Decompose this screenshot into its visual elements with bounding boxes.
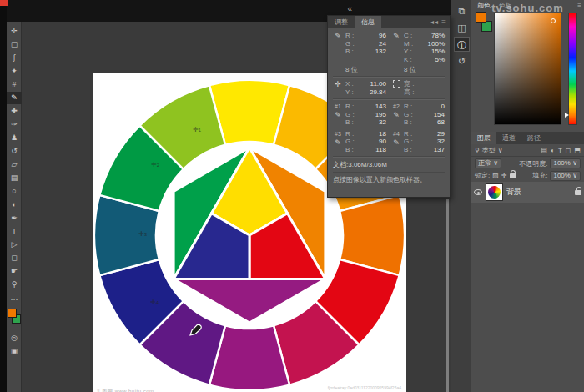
layer-filter-row: ⚲ 类型 ∨ ▤◐T◻⬒ <box>471 144 584 157</box>
sampler-value-row: B :137 <box>404 146 445 154</box>
layer-filter-icon-2[interactable]: T <box>558 147 562 154</box>
selection-size-row: 宽 : <box>404 80 445 88</box>
color-sampler-marker-4[interactable]: ✛4 <box>150 299 159 306</box>
lock-position-icon[interactable]: ✛ <box>501 172 507 179</box>
shape-tool[interactable]: ◻ <box>7 252 22 264</box>
layers-panel-tab-路径[interactable]: 路径 <box>521 132 546 144</box>
marquee-tool[interactable]: ▢ <box>7 38 22 51</box>
info-panel-body: ✎ R :96G :24B :132 ✎ C :78%M :100%Y :15%… <box>328 28 450 197</box>
lock-row: 锁定: ▨ ✛ 填充: 100% ∨ <box>471 170 584 181</box>
color-sampler-readout-3: #3✎R :18G :90B :118 <box>333 130 386 154</box>
zoom-tool[interactable]: ⚲ <box>7 279 22 291</box>
color-sampler-marker-1[interactable]: ✛1 <box>193 127 201 133</box>
rgb-readout-row: B :132 <box>345 48 386 56</box>
color-sampler-readout-4: #4✎R :29G :32B :137 <box>391 130 445 154</box>
opacity-value[interactable]: 100% ∨ <box>550 158 581 168</box>
color-sampler-readout-1: #1✎R :143G :195B :32 <box>333 103 386 127</box>
color-field-marker[interactable] <box>551 18 556 23</box>
recording-indicator <box>0 0 8 6</box>
sohu-watermark: tv.sohu.com <box>473 2 582 14</box>
bit-depth-right: 8 位 <box>404 66 445 73</box>
eyedropper-tool[interactable]: ✎ <box>7 92 22 104</box>
crosshair-icon: ✛ <box>333 80 343 96</box>
selection-size-icon <box>391 80 401 96</box>
lasso-tool[interactable]: ʃ <box>7 52 22 64</box>
lock-transparency-icon[interactable]: ▨ <box>492 172 499 179</box>
info-tab-信息[interactable]: 信息 <box>355 16 381 28</box>
blend-mode-select[interactable]: 正常 ∨ <box>475 158 501 168</box>
chevron-down-icon[interactable]: ∨ <box>498 147 503 154</box>
sampler-value-row: G :90 <box>345 138 386 146</box>
lock-all-icon[interactable] <box>510 173 516 178</box>
layers-panel-tab-通道[interactable]: 通道 <box>496 132 521 144</box>
hue-slider-marker[interactable] <box>565 113 569 118</box>
photoshop-window: « ✛▢ʃ✦#✎✚✑♟↺▱▤○◐✒T▷◻☛⚲⋯◎▣ ✛1✛2✛3✛4 汇图网 w… <box>0 0 584 392</box>
toolbar-foreground-swatch[interactable] <box>8 309 17 318</box>
sampler-value-row: B :32 <box>345 118 386 127</box>
layer-row-background[interactable]: 背景 <box>471 182 584 203</box>
quick-mask-icon[interactable]: ◎ <box>7 332 22 344</box>
collapse-panel-icon[interactable]: « <box>347 4 352 13</box>
layer-filter-icon-3[interactable]: ◻ <box>566 147 571 154</box>
id-watermark: fjrrdealray:0ad0311122000955994f25a4 <box>328 385 401 390</box>
sampler-value-row: R :29 <box>404 130 445 138</box>
color-sampler-marker-2[interactable]: ✛2 <box>151 162 159 168</box>
swatches-panel-icon[interactable]: ⧉ <box>454 3 470 18</box>
info-hint-text: 点按图像以置入新颜色取样器。 <box>333 176 445 184</box>
layer-filter-icon-1[interactable]: ◐ <box>551 147 555 154</box>
layer-name: 背景 <box>506 187 571 198</box>
gradient-tool[interactable]: ▤ <box>7 172 22 184</box>
selection-size-row: 高 : <box>404 88 445 97</box>
layer-filter-icon-0[interactable]: ▤ <box>541 147 548 154</box>
history-panel-icon[interactable]: ↺ <box>454 53 470 68</box>
healing-brush-tool[interactable]: ✚ <box>7 105 22 118</box>
cursor-position-row: X :11.00 <box>345 80 386 88</box>
adjustments-panel-icon[interactable]: ◫ <box>454 20 470 35</box>
sampler-value-row: G :154 <box>404 111 445 119</box>
hue-slider[interactable] <box>568 13 577 125</box>
cmyk-readout-row: K :5% <box>404 56 445 64</box>
move-tool[interactable]: ✛ <box>7 25 22 38</box>
hand-tool[interactable]: ☛ <box>7 265 22 278</box>
rgb-readout-row: R :96 <box>345 32 386 40</box>
right-panel: 颜色色板 ≡ tv.sohu.com 图层通道路径 ⚲ 类型 ∨ ▤◐T◻⬒ 正… <box>471 0 584 392</box>
clone-stamp-tool[interactable]: ♟ <box>7 132 22 144</box>
eyedropper-icon: ✎ <box>333 32 343 63</box>
type-tool[interactable]: T <box>7 225 22 238</box>
screen-mode-icon[interactable]: ▣ <box>7 345 22 358</box>
filter-kind-label[interactable]: 类型 <box>482 146 496 155</box>
panel-divider[interactable] <box>446 199 449 392</box>
quick-selection-tool[interactable]: ✦ <box>7 65 22 78</box>
layer-thumbnail[interactable] <box>486 183 503 201</box>
fill-value[interactable]: 100% ∨ <box>550 171 581 181</box>
search-icon[interactable]: ⚲ <box>475 147 480 154</box>
panel-menu-icon[interactable]: ◂◂ ≡ <box>430 18 446 26</box>
layer-filter-icon-4[interactable]: ⬒ <box>574 147 581 154</box>
pen-tool[interactable]: ✒ <box>7 212 22 224</box>
saturation-brightness-field[interactable] <box>494 13 561 125</box>
more-tools-icon[interactable]: ⋯ <box>7 294 22 306</box>
sampler-value-row: B :118 <box>345 146 386 154</box>
sampler-value-row: R :18 <box>345 130 386 138</box>
path-select-tool[interactable]: ▷ <box>7 239 22 251</box>
bit-depth-left: 8 位 <box>345 66 386 73</box>
screen-left-edge <box>0 0 7 392</box>
layers-panel-tab-图层[interactable]: 图层 <box>471 132 496 144</box>
color-sampler-marker-3[interactable]: ✛3 <box>138 231 147 238</box>
sampler-eyedropper-icon: #2✎ <box>391 103 401 127</box>
rgb-readout-row: G :24 <box>345 40 386 48</box>
crop-tool[interactable]: # <box>7 78 22 91</box>
info-panel-icon[interactable]: ⓘ <box>454 37 470 52</box>
eraser-tool[interactable]: ▱ <box>7 158 22 171</box>
blur-tool[interactable]: ○ <box>7 185 22 198</box>
layer-visibility-icon[interactable] <box>474 189 482 195</box>
history-brush-tool[interactable]: ↺ <box>7 145 22 158</box>
sampler-value-row: B :68 <box>404 118 445 127</box>
color-sampler-readout-2: #2✎R :0G :154B :68 <box>391 103 445 127</box>
cmyk-readout-row: Y :15% <box>404 48 445 56</box>
cmyk-readout-row: M :100% <box>404 40 445 48</box>
dodge-tool[interactable]: ◐ <box>7 199 22 211</box>
info-tab-调整[interactable]: 调整 <box>328 16 355 28</box>
eyedropper-plus-icon: ✎ <box>391 32 401 63</box>
brush-tool[interactable]: ✑ <box>7 118 22 131</box>
